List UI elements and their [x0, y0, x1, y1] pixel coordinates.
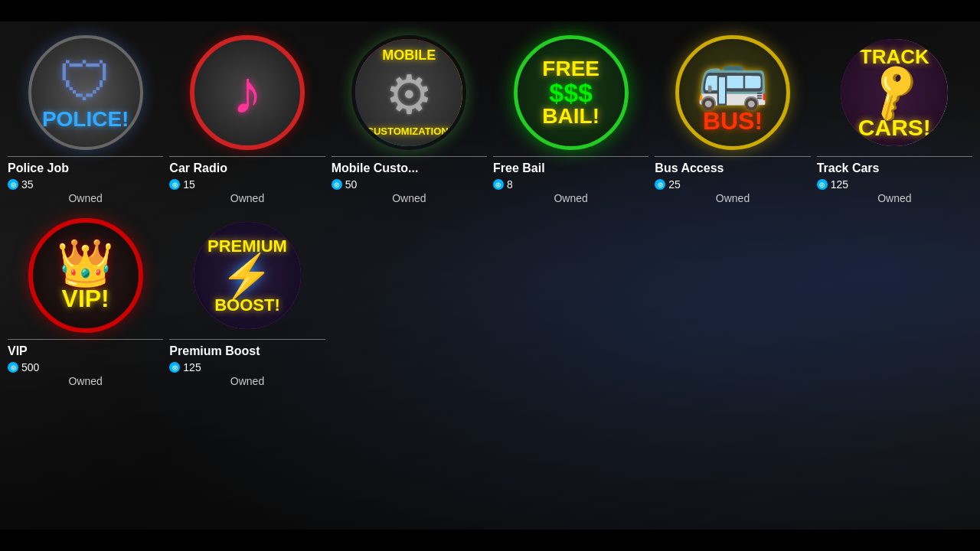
item-card-free-bail[interactable]: FREE $$$ BAIL! Free Bail ◎ 8 Owned [493, 35, 648, 204]
price-value-bail: 8 [507, 178, 513, 191]
items-grid-row1: 🛡 POLICE! Police Job ◎ 35 Owned ♪ [8, 35, 972, 204]
music-note-icon: ♪ [232, 62, 263, 123]
robux-icon-radio: ◎ [169, 179, 180, 190]
item-owned-bus: Owned [655, 192, 810, 204]
vip-label: VIP! [57, 286, 114, 311]
bail-bail-label: BAIL! [542, 106, 599, 127]
price-value-vip: 500 [21, 361, 39, 373]
item-price-bail: ◎ 8 [493, 178, 648, 191]
item-owned-bail: Owned [493, 192, 648, 204]
icon-mobile: MOBILE ⚙ CUSTOMIZATION! [351, 35, 466, 150]
item-owned-premium: Owned [169, 375, 325, 387]
mobile-label-1: MOBILE [367, 48, 452, 64]
item-info-bail: Free Bail ◎ 8 Owned [493, 156, 648, 204]
icon-bus: 🚌 BUS! [675, 35, 790, 150]
track-icon-content: TRACK 🔑 CARS! [858, 47, 931, 139]
item-info-mobile: Mobile Custo... ◎ 50 Owned [332, 156, 487, 204]
icon-premium: PREMIUM ⚡ BOOST! [190, 218, 305, 333]
item-owned-vip: Owned [8, 375, 163, 387]
bus-emoji-icon: 🚌 [697, 50, 769, 107]
item-card-mobile-custom[interactable]: MOBILE ⚙ CUSTOMIZATION! Mobile Custo... … [332, 35, 487, 204]
item-name-bus: Bus Access [655, 161, 810, 175]
item-owned-track: Owned [817, 192, 972, 204]
letterbox-top [0, 0, 980, 21]
item-price-radio: ◎ 15 [169, 178, 325, 191]
item-owned-police: Owned [8, 192, 163, 204]
item-owned-radio: Owned [169, 192, 325, 204]
bail-free-label: FREE [542, 58, 599, 80]
icon-wrapper-premium: PREMIUM ⚡ BOOST! [169, 218, 325, 333]
icon-bail: FREE $$$ BAIL! [514, 35, 629, 150]
wheel-icon: ⚙ [367, 64, 452, 126]
item-price-premium: ◎ 125 [169, 361, 325, 373]
icon-radio: ♪ [190, 35, 305, 150]
robux-icon-track: ◎ [817, 179, 828, 190]
item-owned-mobile: Owned [332, 192, 487, 204]
item-info-track: Track Cars ◎ 125 Owned [817, 156, 972, 204]
bus-icon-content: 🚌 BUS! [697, 50, 769, 135]
robux-icon-vip: ◎ [8, 362, 18, 373]
robux-icon-mobile: ◎ [332, 179, 342, 190]
bail-icon-content: FREE $$$ BAIL! [542, 58, 599, 127]
icon-vip: 👑 VIP! [28, 218, 143, 333]
police-label: POLICE! [42, 109, 129, 130]
item-info-premium: Premium Boost ◎ 125 Owned [169, 339, 325, 387]
item-name-bail: Free Bail [493, 161, 648, 175]
icon-wrapper-track: TRACK 🔑 CARS! [817, 35, 972, 150]
mobile-label-2: CUSTOMIZATION! [367, 126, 452, 137]
premium-icon-content: PREMIUM ⚡ BOOST! [207, 238, 287, 314]
item-name-police: Police Job [8, 161, 163, 175]
item-price-vip: ◎ 500 [8, 361, 163, 373]
icon-wrapper-vip: 👑 VIP! [8, 218, 163, 333]
icon-police: 🛡 POLICE! [28, 35, 143, 150]
icon-wrapper-radio: ♪ [169, 35, 325, 150]
item-info-vip: VIP ◎ 500 Owned [8, 339, 163, 387]
mobile-icon-content: MOBILE ⚙ CUSTOMIZATION! [367, 48, 452, 137]
crown-icon: 👑 [57, 240, 114, 286]
price-value-premium: 125 [183, 361, 201, 373]
item-card-vip[interactable]: 👑 VIP! VIP ◎ 500 Owned [8, 218, 163, 387]
icon-track: TRACK 🔑 CARS! [837, 35, 952, 150]
item-price-mobile: ◎ 50 [332, 178, 487, 191]
vip-icon-content: 👑 VIP! [57, 240, 114, 311]
item-name-track: Track Cars [817, 161, 972, 175]
item-name-premium: Premium Boost [169, 344, 325, 358]
robux-icon-bail: ◎ [493, 179, 504, 190]
bail-dollar-label: $$$ [542, 80, 599, 106]
robux-icon-police: ◎ [8, 179, 18, 190]
price-value-track: 125 [831, 178, 848, 191]
boost-label: BOOST! [207, 297, 287, 314]
bus-label: BUS! [697, 107, 769, 135]
price-value-mobile: 50 [345, 178, 358, 191]
price-value-bus: 25 [668, 178, 681, 191]
item-card-car-radio[interactable]: ♪ Car Radio ◎ 15 Owned [169, 35, 325, 204]
price-value-radio: 15 [183, 178, 195, 191]
item-card-bus-access[interactable]: 🚌 BUS! Bus Access ◎ 25 Owned [655, 35, 810, 204]
icon-wrapper-mobile: MOBILE ⚙ CUSTOMIZATION! [332, 35, 487, 150]
item-name-radio: Car Radio [169, 161, 325, 175]
bolt-icon: ⚡ [207, 255, 287, 297]
items-grid-row2: 👑 VIP! VIP ◎ 500 Owned PREMIUM [8, 218, 972, 387]
item-card-police-job[interactable]: 🛡 POLICE! Police Job ◎ 35 Owned [8, 35, 163, 204]
item-name-mobile: Mobile Custo... [332, 161, 487, 175]
item-price-bus: ◎ 25 [655, 178, 810, 191]
police-icon-content: 🛡 POLICE! [42, 55, 129, 130]
item-card-track-cars[interactable]: TRACK 🔑 CARS! Track Cars ◎ 125 Owned [817, 35, 972, 204]
icon-wrapper-bus: 🚌 BUS! [655, 35, 810, 150]
price-value-police: 35 [21, 178, 34, 191]
robux-icon-premium: ◎ [169, 362, 180, 373]
robux-icon-bus: ◎ [655, 179, 665, 190]
police-badge-icon: 🛡 [42, 55, 129, 109]
main-content: 🛡 POLICE! Police Job ◎ 35 Owned ♪ [0, 21, 980, 530]
icon-wrapper-police: 🛡 POLICE! [8, 35, 163, 150]
item-price-police: ◎ 35 [8, 178, 163, 191]
item-info-police: Police Job ◎ 35 Owned [8, 156, 163, 204]
item-info-radio: Car Radio ◎ 15 Owned [169, 156, 325, 204]
icon-wrapper-bail: FREE $$$ BAIL! [493, 35, 648, 150]
item-name-vip: VIP [8, 344, 163, 358]
item-card-premium-boost[interactable]: PREMIUM ⚡ BOOST! Premium Boost ◎ 125 Own… [169, 218, 325, 387]
item-price-track: ◎ 125 [817, 178, 972, 191]
item-info-bus: Bus Access ◎ 25 Owned [655, 156, 810, 204]
letterbox-bottom [0, 530, 980, 551]
